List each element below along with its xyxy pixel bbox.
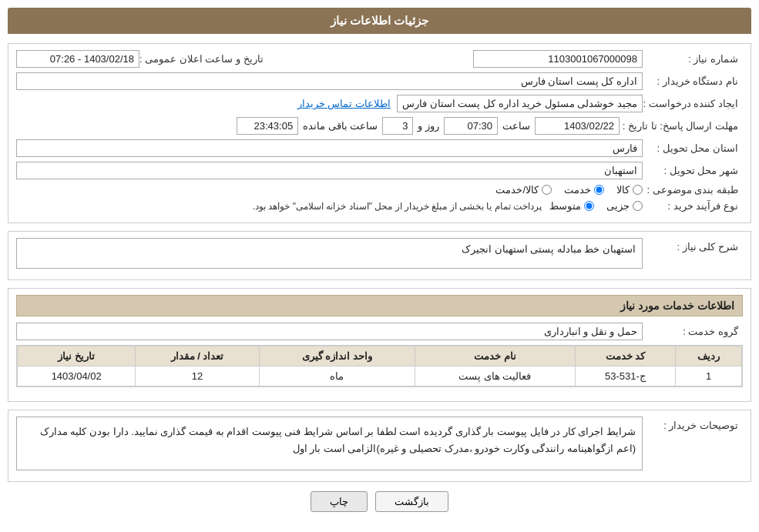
tasnif-label: طبقه بندی موضوعی : (643, 184, 743, 196)
noue-farayand-label: نوع فرآیند خرید : (643, 200, 743, 212)
col-vahid: واحد اندازه گیری (259, 346, 415, 366)
ostan-label: استان محل تحویل : (643, 142, 743, 154)
cell-tarikh: 1403/04/02 (18, 366, 136, 386)
cell-name: فعالیت های پست (415, 366, 575, 386)
tosihaat-label: توصیحات خریدار : (643, 417, 743, 431)
col-tedad: تعداد / مقدار (136, 346, 259, 366)
mohlat-roz-label: روز و (418, 120, 439, 132)
tasnif-kala-khadamat[interactable]: کالا/خدمت (495, 184, 552, 196)
shomara-niaz-value: 1103001067000098 (473, 50, 643, 68)
tasnif-radio-group: کالا خدمت کالا/خدمت (495, 184, 643, 196)
mohlat-time-label: ساعت (502, 120, 530, 132)
sharh-value: استهبان خط مبادله پستی استهبان انجیرک (16, 238, 643, 269)
col-tarikh: تاریخ نیاز (18, 346, 136, 366)
tarikh-ilan-label: تاریخ و ساعت اعلان عمومی : (139, 53, 268, 65)
tasnif-kala[interactable]: کالا (616, 184, 643, 196)
mohlat-baqi-label: ساعت باقی مانده (303, 120, 378, 132)
khadamat-section-title: اطلاعات خدمات مورد نیاز (16, 295, 743, 316)
back-button[interactable]: بازگشت (375, 491, 448, 512)
farayand-note: پرداخت تمام یا بخشی از مبلغ خریدار از مح… (253, 201, 542, 212)
contact-link[interactable]: اطلاعات تماس خریدار (297, 98, 391, 109)
shahr-value: استهبان (16, 162, 643, 179)
ijad-konande-label: ایجاد کننده درخواست : (643, 98, 743, 109)
action-buttons: بازگشت چاپ (8, 491, 751, 512)
cell-vahid: ماه (259, 366, 415, 386)
noue-farayand-group: جزیی متوسط (549, 200, 643, 212)
print-button[interactable]: چاپ (311, 491, 368, 512)
tasnif-khadamat[interactable]: خدمت (564, 184, 604, 196)
shomara-niaz-label: شماره نیاز : (643, 53, 743, 65)
tarikh-ilan-value: 1403/02/18 - 07:26 (16, 50, 139, 68)
khadamat-table: ردیف کد خدمت نام خدمت واحد اندازه گیری ت… (16, 345, 743, 387)
farayand-motevaset[interactable]: متوسط (549, 200, 594, 212)
cell-radif: 1 (676, 366, 742, 386)
cell-kod: ج-531-53 (575, 366, 675, 386)
mohlat-time: 07:30 (444, 117, 498, 135)
mohlat-baqi: 23:43:05 (237, 117, 298, 135)
group-khadamat-label: گروه خدمت : (643, 326, 743, 337)
mohlat-roz: 3 (382, 117, 413, 135)
ijad-konande-value: مجید خوشدلی مسئول خرید اداره کل پست استا… (397, 95, 643, 112)
name-dastgah-value: اداره کل پست استان فارس (16, 72, 643, 90)
table-row: 1 ج-531-53 فعالیت های پست ماه 12 1403/04… (18, 366, 742, 386)
mohlat-label: مهلت ارسال پاسخ: تا تاریخ : (620, 120, 743, 132)
page-title: جزئیات اطلاعات نیاز (8, 8, 751, 34)
col-kod: کد خدمت (575, 346, 675, 366)
cell-tedad: 12 (136, 366, 259, 386)
sharh-label: شرح کلی نیاز : (643, 238, 743, 253)
name-dastgah-label: نام دستگاه خریدار : (643, 75, 743, 87)
mohlat-date: 1403/02/22 (535, 117, 620, 135)
shahr-label: شهر محل تحویل : (643, 165, 743, 176)
tosihaat-text: شرایط اجرای کار در فایل پیوست بار گذاری … (16, 417, 643, 470)
col-radif: ردیف (676, 346, 742, 366)
group-khadamat-value: حمل و نقل و انبارداری (16, 323, 643, 340)
col-name: نام خدمت (415, 346, 575, 366)
ostan-value: فارس (16, 139, 643, 157)
farayand-jozi[interactable]: جزیی (606, 200, 643, 212)
